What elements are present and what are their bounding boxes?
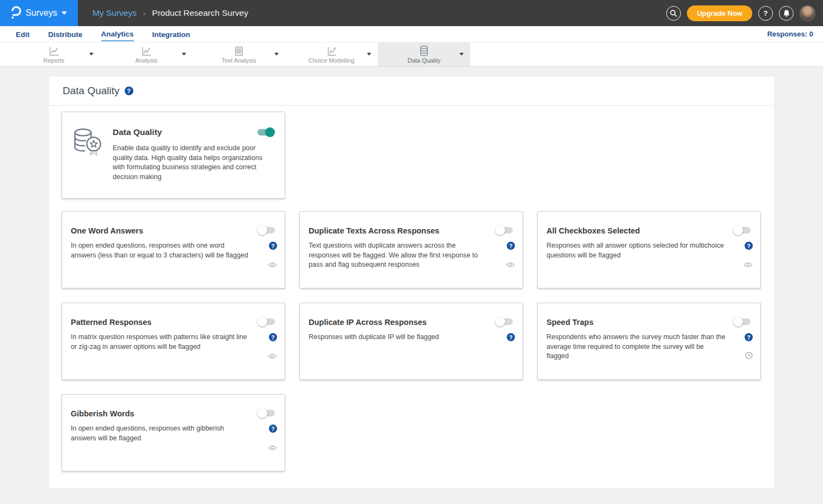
toolbar-item-data-quality[interactable]: Data Quality: [378, 42, 470, 66]
questionpro-logo-icon: [11, 5, 21, 21]
feature-card: Duplicate IP Across Responses Responses …: [299, 303, 523, 380]
product-switcher[interactable]: Surveys: [0, 0, 78, 26]
user-avatar[interactable]: [800, 5, 815, 21]
upgrade-now-button[interactable]: Upgrade Now: [687, 5, 752, 21]
bell-icon: [783, 9, 790, 17]
toggle-knob: [733, 317, 743, 327]
card-toggle[interactable]: [259, 227, 275, 233]
data-quality-panel: Data Quality ?: [49, 77, 774, 488]
feature-card: Patterned Responses In matrix question r…: [62, 303, 285, 380]
data-quality-dropdown-caret-icon[interactable]: [459, 53, 464, 56]
eye-icon[interactable]: [268, 443, 277, 453]
card-title: Gibberish Words: [71, 409, 276, 418]
database-badge-icon: [72, 127, 102, 198]
page-help-icon[interactable]: ?: [125, 87, 133, 95]
analysis-chart-icon: [141, 46, 152, 57]
panel-header: Data Quality ?: [49, 77, 774, 106]
feature-card: One Word Answers In open ended questions…: [62, 211, 285, 288]
eye-icon[interactable]: [268, 352, 277, 361]
card-title: Duplicate IP Across Responses: [309, 318, 514, 327]
toolbar-item-label: Reports: [44, 57, 65, 64]
card-help-icon[interactable]: ?: [745, 242, 753, 250]
card-help-icon[interactable]: ?: [269, 425, 277, 433]
feature-card: Duplicate Texts Across Responses Text qu…: [299, 211, 523, 288]
feature-card: Gibberish Words In open ended questions,…: [62, 394, 285, 471]
master-card-content: Data Quality Enable data quality to iden…: [113, 127, 275, 198]
card-description: Responses with duplicate IP will be flag…: [309, 333, 514, 342]
top-header-bar: Surveys My Surveys › Product Research Su…: [0, 0, 823, 26]
analysis-dropdown-caret-icon[interactable]: [182, 53, 186, 56]
tab-edit[interactable]: Edit: [16, 28, 30, 41]
card-toggle[interactable]: [496, 318, 513, 325]
reports-dropdown-caret-icon[interactable]: [89, 53, 94, 56]
card-help-icon[interactable]: ?: [269, 333, 277, 341]
choice-modelling-dropdown-caret-icon[interactable]: [367, 53, 371, 56]
toggle-knob: [257, 317, 267, 327]
card-toggle[interactable]: [734, 227, 751, 233]
analytics-toolbar: Reports Analysis: [0, 42, 823, 67]
card-help-icon[interactable]: ?: [269, 242, 277, 250]
help-button[interactable]: ?: [758, 6, 773, 21]
cards-grid: One Word Answers In open ended questions…: [62, 211, 774, 471]
card-help-icon[interactable]: ?: [507, 242, 515, 250]
card-help-icon[interactable]: ?: [745, 333, 753, 341]
page-content: Data Quality ?: [0, 67, 823, 504]
clock-icon[interactable]: [745, 352, 753, 361]
tab-distribute[interactable]: Distribute: [48, 28, 83, 41]
search-icon: [670, 9, 678, 17]
database-icon: [419, 45, 429, 57]
reports-chart-icon: [48, 46, 60, 57]
eye-icon[interactable]: [506, 260, 515, 270]
header-actions: Upgrade Now ?: [666, 5, 823, 21]
search-button[interactable]: [666, 6, 681, 21]
card-toggle[interactable]: [496, 227, 513, 233]
card-description: Responses with all answer options select…: [546, 241, 752, 260]
page-title: Data Quality: [63, 85, 120, 97]
toggle-knob: [257, 225, 267, 235]
card-title: Duplicate Texts Across Responses: [309, 226, 514, 235]
card-title: Patterned Responses: [71, 318, 276, 327]
toolbar-item-text-analysis[interactable]: Text Analysis: [193, 42, 285, 66]
card-title: One Word Answers: [71, 226, 276, 235]
toolbar-item-analysis[interactable]: Analysis: [100, 42, 193, 66]
feature-card: All Checkboxes Selected Responses with a…: [537, 211, 761, 288]
card-toggle[interactable]: [734, 318, 751, 325]
toolbar-item-choice-modelling[interactable]: Choice Modelling: [285, 42, 378, 66]
responses-count: Responses: 0: [767, 30, 813, 38]
toolbar-item-label: Analysis: [136, 57, 158, 64]
toolbar-item-reports[interactable]: Reports: [8, 42, 100, 66]
tab-analytics[interactable]: Analytics: [101, 27, 134, 41]
choice-modelling-icon: [326, 46, 337, 57]
chevron-down-icon: [62, 11, 67, 15]
card-description: Respondents who answers the survey much …: [546, 333, 752, 361]
data-quality-master-card: Data Quality Enable data quality to iden…: [62, 112, 285, 199]
toolbar-item-label: Data Quality: [408, 57, 441, 64]
data-quality-toggle[interactable]: [257, 129, 274, 136]
feature-card: Speed Traps Respondents who answers the …: [537, 303, 761, 380]
product-name: Surveys: [26, 8, 57, 18]
survey-nav-tabs: Edit Distribute Analytics Integration Re…: [0, 26, 823, 42]
card-description: In open ended questions, responses with …: [71, 241, 276, 260]
breadcrumb-my-surveys[interactable]: My Surveys: [93, 8, 137, 18]
toggle-knob: [495, 317, 505, 327]
toolbar-item-label: Choice Modelling: [309, 57, 354, 64]
breadcrumb-separator-icon: ›: [143, 9, 145, 17]
eye-icon[interactable]: [744, 260, 753, 270]
text-analysis-icon: [234, 46, 244, 57]
panel-body: Data Quality Enable data quality to iden…: [49, 106, 774, 471]
breadcrumb-current-survey: Product Research Survey: [152, 8, 248, 18]
toggle-knob: [257, 408, 267, 418]
card-toggle[interactable]: [259, 410, 275, 416]
eye-icon[interactable]: [268, 260, 277, 270]
card-title: All Checkboxes Selected: [546, 226, 752, 235]
toggle-knob: [265, 127, 275, 137]
notifications-button[interactable]: [779, 6, 794, 21]
text-analysis-dropdown-caret-icon[interactable]: [274, 53, 279, 56]
tab-integration[interactable]: Integration: [152, 28, 191, 41]
card-help-icon[interactable]: ?: [507, 333, 515, 341]
toggle-knob: [495, 225, 505, 235]
master-card-title: Data Quality: [113, 127, 275, 137]
app-window: Surveys My Surveys › Product Research Su…: [0, 0, 823, 504]
master-card-description: Enable data quality to identify and excl…: [113, 144, 275, 182]
card-toggle[interactable]: [259, 318, 275, 325]
